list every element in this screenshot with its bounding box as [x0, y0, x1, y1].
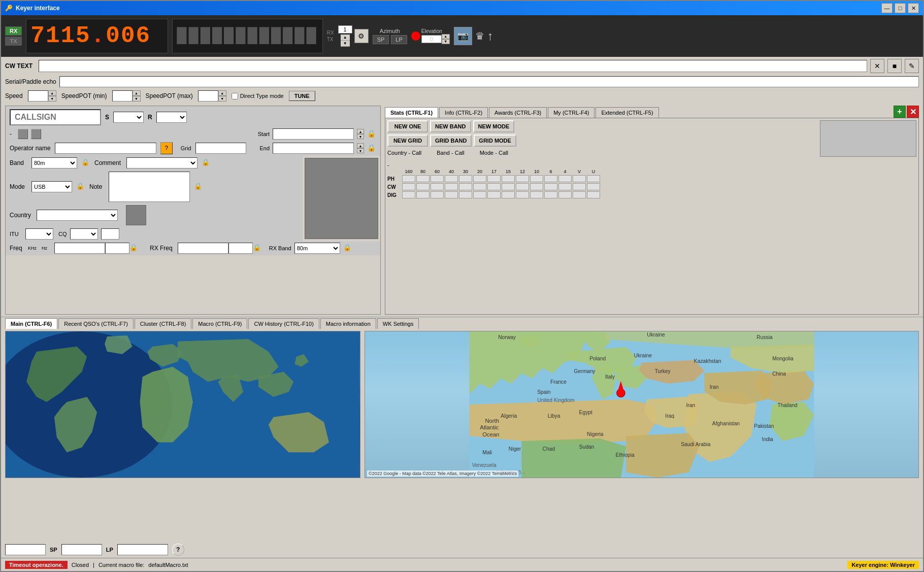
comment-select[interactable]: [126, 157, 197, 169]
start-lock-icon[interactable]: 🔒: [367, 129, 376, 139]
map-lp-input[interactable]: [61, 544, 102, 555]
speedpot-max-down[interactable]: ▼: [218, 96, 226, 102]
stats-tab-2[interactable]: Info (CTRL-F2): [439, 107, 488, 118]
freq-hz-input[interactable]: 000: [105, 243, 129, 254]
rxfreq-hz-input[interactable]: 000: [228, 243, 253, 254]
grid-mode-button[interactable]: GRID MODE: [474, 134, 516, 147]
band-lock-icon[interactable]: 🔒: [81, 158, 90, 167]
regional-map[interactable]: United Kingdom Poland Germany France Spa…: [365, 331, 919, 478]
new-one-button[interactable]: NEW ONE: [387, 120, 428, 132]
recent-qsos-tab[interactable]: Recent QSO's (CTRL-F7): [58, 318, 134, 329]
elevation-up[interactable]: ▲: [442, 34, 450, 39]
comment-lock-icon[interactable]: 🔒: [202, 158, 211, 167]
cw-input[interactable]: [39, 60, 867, 72]
speed-value[interactable]: 10: [28, 90, 48, 102]
stats-tab-1[interactable]: Stats (CTRL-F1): [385, 107, 438, 118]
world-map[interactable]: [5, 331, 360, 478]
tune-button[interactable]: TUNE: [289, 91, 315, 101]
direct-type-checkbox[interactable]: [232, 93, 238, 99]
rx-button[interactable]: RX: [5, 26, 22, 36]
sp-button[interactable]: SP: [373, 35, 389, 44]
speedpot-min-down[interactable]: ▼: [133, 96, 141, 102]
spin-value[interactable]: 1: [338, 25, 352, 33]
start-datetime[interactable]: 21/04/2022 16:04:53: [273, 128, 354, 140]
svg-text:Mali: Mali: [482, 449, 492, 455]
mode-select[interactable]: USB: [31, 181, 72, 192]
speedpot-max-up[interactable]: ▲: [218, 90, 226, 96]
close-button[interactable]: ✕: [908, 3, 919, 13]
spin-down[interactable]: ▼: [341, 41, 350, 47]
new-mode-button[interactable]: NEW MODE: [473, 120, 515, 132]
rxfreq-lock-icon[interactable]: 🔒: [253, 244, 262, 253]
secondary-frequency-display[interactable]: ████████████: [172, 19, 322, 53]
rxband-select[interactable]: 80m: [294, 243, 340, 254]
speed-down[interactable]: ▼: [48, 96, 56, 102]
start-spin-up[interactable]: ▲: [357, 129, 364, 134]
new-band-button[interactable]: NEW BAND: [430, 120, 471, 132]
tx-button[interactable]: TX: [5, 37, 22, 46]
lp-button[interactable]: LP: [391, 35, 407, 44]
elevation-input[interactable]: 0: [421, 35, 442, 43]
sq-button-1[interactable]: [18, 129, 28, 139]
end-datetime[interactable]: 21/04/2022 16:04:53: [273, 143, 354, 154]
serial-input[interactable]: [59, 76, 919, 87]
callsign-input[interactable]: [10, 109, 101, 125]
stats-close-button[interactable]: ✕: [907, 106, 919, 118]
maximize-button[interactable]: □: [895, 3, 906, 13]
up-arrow-icon[interactable]: ↑: [487, 29, 493, 43]
stats-add-button[interactable]: +: [894, 106, 906, 118]
map-help-button[interactable]: ?: [172, 544, 184, 556]
end-spin-up[interactable]: ▲: [357, 143, 364, 148]
stats-tab-5[interactable]: Extended (CTRL-F5): [596, 107, 658, 118]
rxband-lock-icon[interactable]: 🔒: [343, 244, 352, 253]
wk-settings-tab[interactable]: WK Settings: [377, 318, 419, 329]
grid-input[interactable]: [195, 143, 246, 154]
stats-tab-4[interactable]: My (CTRL-F4): [548, 107, 595, 118]
band-select[interactable]: 80m: [31, 157, 77, 169]
speedpot-max-value[interactable]: 20: [198, 90, 218, 102]
cw-clear-button[interactable]: ✕: [870, 59, 884, 73]
spin-up[interactable]: ▲: [341, 35, 350, 41]
start-spin-down[interactable]: ▼: [357, 134, 364, 139]
speedpot-min-up[interactable]: ▲: [133, 90, 141, 96]
note-textarea[interactable]: [109, 172, 190, 202]
country-select[interactable]: [37, 210, 118, 221]
cq-select[interactable]: [70, 228, 98, 240]
freq-lock-icon[interactable]: 🔒: [129, 244, 139, 253]
elevation-down[interactable]: ▼: [442, 39, 450, 44]
itu-select[interactable]: [25, 228, 53, 240]
minimize-button[interactable]: —: [881, 3, 893, 13]
grid-band-button[interactable]: GRID BAND: [430, 134, 472, 147]
extra-input[interactable]: [101, 228, 119, 240]
stats-tab-3[interactable]: Awards (CTRL-F3): [489, 107, 547, 118]
mode-lock-icon[interactable]: 🔒: [76, 182, 85, 191]
s-select[interactable]: [113, 112, 144, 123]
map-sp-input[interactable]: [5, 544, 46, 555]
speedpot-min-value[interactable]: 5: [112, 90, 133, 102]
operator-input[interactable]: [55, 143, 156, 154]
cw-stop-button[interactable]: ■: [887, 59, 902, 73]
gear-button[interactable]: ⚙: [354, 29, 369, 43]
cluster-tab[interactable]: Cluster (CTRL-F8): [135, 318, 191, 329]
end-spin-down[interactable]: ▼: [357, 148, 364, 153]
r-select[interactable]: [156, 112, 187, 123]
cw-history-tab[interactable]: CW History (CTRL-F10): [248, 318, 319, 329]
macro-info-tab[interactable]: Macro information: [320, 318, 376, 329]
freq-khz-input[interactable]: 0: [54, 243, 105, 254]
macro-tab[interactable]: Macro (CTRL-F9): [192, 318, 247, 329]
camera-icon[interactable]: 📷: [454, 27, 472, 45]
main-frequency-display[interactable]: 7115.006: [26, 19, 168, 53]
cw-edit-button[interactable]: ✎: [905, 59, 919, 73]
speed-up[interactable]: ▲: [48, 90, 56, 96]
dig-cell-4: [558, 191, 572, 198]
crown-icon[interactable]: ♛: [475, 30, 484, 42]
sq-button-2[interactable]: [31, 129, 41, 139]
rxfreq-khz-input[interactable]: 0: [178, 243, 228, 254]
operator-help-button[interactable]: ?: [160, 142, 173, 154]
s-field-label: S: [105, 114, 109, 121]
note-lock-icon[interactable]: 🔒: [194, 182, 203, 191]
map-km-input[interactable]: 0 Km: [117, 544, 168, 555]
end-lock-icon[interactable]: 🔒: [367, 144, 376, 153]
new-grid-button[interactable]: NEW GRID: [387, 134, 428, 147]
main-tab[interactable]: Main (CTRL-F6): [5, 318, 57, 329]
